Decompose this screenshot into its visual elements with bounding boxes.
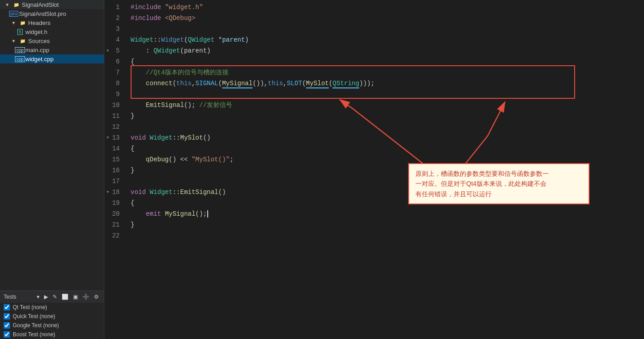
tests-add-btn[interactable]: ➕ bbox=[81, 293, 91, 300]
ln-7: 7 bbox=[104, 67, 123, 78]
test-item-quick: Quick Test (none) bbox=[0, 312, 104, 321]
ln-17: 17 bbox=[104, 176, 123, 187]
code-line-9 bbox=[127, 89, 644, 100]
sidebar-item-sources[interactable]: ▼ 📁 Sources bbox=[0, 36, 104, 45]
tests-collapse-btn[interactable]: ▣ bbox=[72, 293, 79, 300]
code-line-13: void Widget::MySlot() bbox=[127, 132, 644, 143]
sources-folder-icon: 📁 bbox=[19, 37, 26, 44]
tests-run-btn[interactable]: ▶ bbox=[43, 293, 49, 300]
project-root[interactable]: ▼ 📁 SignalAndSlot bbox=[0, 0, 104, 9]
test-qt-label: Qt Test (none) bbox=[13, 304, 47, 310]
headers-folder-icon: 📁 bbox=[19, 19, 26, 26]
ln-12: 12 bbox=[104, 121, 123, 132]
ln-1: 1 bbox=[104, 2, 123, 13]
code-line-6: { bbox=[127, 56, 644, 67]
test-quick-label: Quick Test (none) bbox=[13, 313, 55, 320]
sidebar: ▼ 📁 SignalAndSlot pro SignalAndSlot.pro … bbox=[0, 0, 104, 339]
ln-18: 18 bbox=[104, 187, 123, 198]
sidebar-item-widget-h[interactable]: h widget.h bbox=[0, 27, 104, 36]
ln-10: 10 bbox=[104, 100, 123, 111]
tests-panel: Tests ▾ ▶ ✎ ⬜ ▣ ➕ ⚙ Qt Test (none) Quick… bbox=[0, 291, 104, 339]
ln-19: 19 bbox=[104, 198, 123, 208]
tests-header: Tests ▾ ▶ ✎ ⬜ ▣ ➕ ⚙ bbox=[0, 291, 104, 303]
sidebar-item-main-cpp[interactable]: cpp main.cpp bbox=[0, 45, 104, 54]
ln-11: 11 bbox=[104, 111, 123, 121]
code-line-16: } bbox=[127, 165, 644, 176]
tests-stop-btn[interactable]: ⬜ bbox=[60, 293, 70, 300]
code-line-19: { bbox=[127, 198, 644, 208]
sidebar-item-headers[interactable]: ▼ 📁 Headers bbox=[0, 18, 104, 27]
code-line-10: EmitSignal(); //发射信号 bbox=[127, 100, 644, 111]
ln-22: 22 bbox=[104, 230, 123, 241]
sidebar-item-widget-cpp[interactable]: cpp widget.cpp bbox=[0, 54, 104, 63]
code-line-14: { bbox=[127, 143, 644, 154]
sources-label: Sources bbox=[28, 38, 50, 44]
code-line-21: } bbox=[127, 219, 644, 230]
pro-file-label: SignalAndSlot.pro bbox=[19, 10, 66, 17]
test-item-google: Google Test (none) bbox=[0, 321, 104, 330]
test-item-qt: Qt Test (none) bbox=[0, 303, 104, 312]
ln-13: 13 bbox=[104, 132, 123, 143]
folder-icon: ▼ bbox=[4, 1, 11, 8]
code-line-18: void Widget::EmitSignal() bbox=[127, 187, 644, 198]
code-content[interactable]: #include "widget.h" #include <QDebug> Wi… bbox=[127, 0, 644, 339]
sidebar-item-pro[interactable]: pro SignalAndSlot.pro bbox=[0, 9, 104, 18]
widget-cpp-icon: cpp bbox=[16, 55, 24, 63]
ln-8: 8 bbox=[104, 78, 123, 89]
ln-20: 20 bbox=[104, 208, 123, 219]
code-line-5: : QWidget(parent) bbox=[127, 45, 644, 56]
widget-h-label: widget.h bbox=[25, 29, 47, 35]
tests-toolbar: ▾ ▶ ✎ ⬜ ▣ ➕ ⚙ bbox=[35, 293, 100, 300]
ln-3: 3 bbox=[104, 24, 123, 34]
ln-5: 5 bbox=[104, 45, 123, 56]
code-line-11: } bbox=[127, 111, 644, 121]
pro-file-icon: pro bbox=[10, 10, 17, 17]
cursor bbox=[207, 210, 208, 218]
chevron-right-icon: ▼ bbox=[10, 19, 17, 26]
ln-15: 15 bbox=[104, 154, 123, 165]
code-line-3 bbox=[127, 24, 644, 34]
widget-cpp-label: widget.cpp bbox=[25, 56, 54, 63]
tests-title: Tests bbox=[4, 294, 16, 300]
ln-14: 14 bbox=[104, 143, 123, 154]
code-line-15: qDebug() << "MySlot()"; bbox=[127, 154, 644, 165]
test-boost-checkbox[interactable] bbox=[4, 331, 10, 338]
h-file-icon: h bbox=[16, 28, 24, 35]
test-google-label: Google Test (none) bbox=[13, 322, 59, 329]
tests-edit-btn[interactable]: ✎ bbox=[51, 293, 59, 300]
ln-21: 21 bbox=[104, 219, 123, 230]
ln-2: 2 bbox=[104, 13, 123, 24]
main-cpp-icon: cpp bbox=[16, 46, 24, 53]
ln-4: 4 bbox=[104, 34, 123, 45]
sources-chevron-icon: ▼ bbox=[10, 37, 17, 44]
code-line-12 bbox=[127, 121, 644, 132]
test-quick-checkbox[interactable] bbox=[4, 313, 10, 320]
ln-16: 16 bbox=[104, 165, 123, 176]
test-boost-label: Boost Test (none) bbox=[13, 331, 55, 338]
tests-settings-btn[interactable]: ⚙ bbox=[93, 293, 100, 300]
main-editor-area: 1 2 3 4 5 6 7 8 9 10 11 12 13 14 15 16 1… bbox=[104, 0, 644, 339]
code-container: 1 2 3 4 5 6 7 8 9 10 11 12 13 14 15 16 1… bbox=[104, 0, 644, 339]
tests-filter-btn[interactable]: ▾ bbox=[35, 293, 41, 300]
headers-label: Headers bbox=[28, 19, 50, 26]
test-item-boost: Boost Test (none) bbox=[0, 330, 104, 339]
code-line-17 bbox=[127, 176, 644, 187]
code-line-7: //Qt4版本的信号与槽的连接 bbox=[127, 67, 644, 78]
project-folder-icon: 📁 bbox=[13, 1, 20, 8]
main-cpp-label: main.cpp bbox=[25, 47, 49, 53]
test-qt-checkbox[interactable] bbox=[4, 304, 10, 310]
code-line-22 bbox=[127, 230, 644, 241]
code-line-20: emit MySignal(); bbox=[127, 208, 644, 219]
code-line-2: #include <QDebug> bbox=[127, 13, 644, 24]
code-line-1: #include "widget.h" bbox=[127, 2, 644, 13]
line-numbers: 1 2 3 4 5 6 7 8 9 10 11 12 13 14 15 16 1… bbox=[104, 0, 127, 339]
code-line-8: connect(this,SIGNAL(MySignal()),this,SLO… bbox=[127, 78, 644, 89]
ln-6: 6 bbox=[104, 56, 123, 67]
project-name: SignalAndSlot bbox=[22, 1, 59, 8]
test-google-checkbox[interactable] bbox=[4, 322, 10, 329]
code-line-4: Widget::Widget(QWidget *parent) bbox=[127, 34, 644, 45]
ln-9: 9 bbox=[104, 89, 123, 100]
